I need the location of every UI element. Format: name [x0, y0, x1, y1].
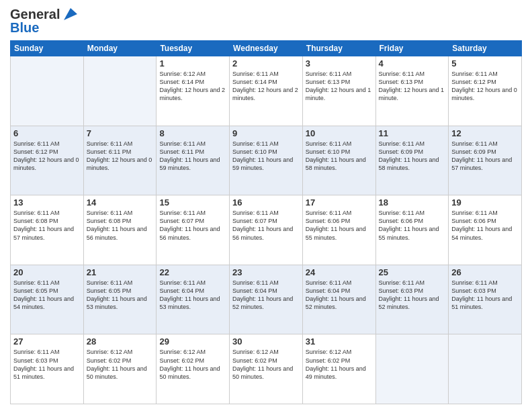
day-info: Sunrise: 6:11 AMSunset: 6:13 PMDaylight:…: [306, 70, 373, 103]
calendar-cell: 1Sunrise: 6:12 AMSunset: 6:14 PMDaylight…: [157, 56, 230, 126]
day-number: 2: [232, 58, 300, 68]
calendar-row: 1Sunrise: 6:12 AMSunset: 6:14 PMDaylight…: [11, 56, 522, 126]
day-number: 1: [159, 58, 226, 68]
day-number: 11: [379, 128, 446, 138]
day-number: 17: [306, 197, 373, 208]
day-number: 6: [13, 128, 81, 138]
day-info: Sunrise: 6:11 AMSunset: 6:10 PMDaylight:…: [306, 140, 373, 173]
calendar-cell: 17Sunrise: 6:11 AMSunset: 6:06 PMDayligh…: [302, 195, 375, 265]
day-number: 21: [87, 267, 154, 277]
day-number: 28: [87, 336, 154, 347]
day-number: 30: [232, 336, 300, 347]
header: General Blue: [10, 7, 522, 35]
day-info: Sunrise: 6:11 AMSunset: 6:08 PMDaylight:…: [13, 209, 81, 242]
day-number: 27: [13, 336, 81, 347]
calendar-cell: 27Sunrise: 6:11 AMSunset: 6:03 PMDayligh…: [11, 334, 84, 404]
calendar-cell: 2Sunrise: 6:11 AMSunset: 6:14 PMDaylight…: [230, 56, 303, 126]
calendar-cell: 16Sunrise: 6:11 AMSunset: 6:07 PMDayligh…: [230, 195, 303, 265]
calendar-cell: 3Sunrise: 6:11 AMSunset: 6:13 PMDaylight…: [302, 56, 375, 126]
calendar-cell: 24Sunrise: 6:11 AMSunset: 6:04 PMDayligh…: [302, 265, 375, 334]
day-info: Sunrise: 6:12 AMSunset: 6:02 PMDaylight:…: [87, 348, 154, 381]
day-number: 7: [87, 128, 154, 138]
day-info: Sunrise: 6:11 AMSunset: 6:06 PMDaylight:…: [306, 209, 373, 242]
day-number: 25: [379, 267, 446, 277]
calendar-cell: [11, 56, 84, 126]
calendar-cell: 18Sunrise: 6:11 AMSunset: 6:06 PMDayligh…: [375, 195, 449, 265]
day-number: 14: [87, 197, 154, 208]
day-info: Sunrise: 6:11 AMSunset: 6:11 PMDaylight:…: [87, 140, 154, 173]
svg-marker-0: [64, 8, 77, 20]
calendar-cell: 29Sunrise: 6:12 AMSunset: 6:02 PMDayligh…: [157, 334, 230, 404]
day-info: Sunrise: 6:11 AMSunset: 6:04 PMDaylight:…: [159, 279, 226, 312]
day-info: Sunrise: 6:11 AMSunset: 6:03 PMDaylight:…: [13, 348, 81, 381]
day-number: 23: [232, 267, 300, 277]
day-info: Sunrise: 6:11 AMSunset: 6:12 PMDaylight:…: [451, 70, 519, 103]
calendar-row: 27Sunrise: 6:11 AMSunset: 6:03 PMDayligh…: [11, 334, 522, 404]
day-info: Sunrise: 6:11 AMSunset: 6:04 PMDaylight:…: [232, 279, 300, 312]
weekday-header-row: SundayMondayTuesdayWednesdayThursdayFrid…: [11, 41, 522, 56]
day-info: Sunrise: 6:11 AMSunset: 6:09 PMDaylight:…: [451, 140, 519, 173]
day-number: 26: [451, 267, 519, 277]
weekday-header: Friday: [375, 41, 449, 56]
calendar-cell: 5Sunrise: 6:11 AMSunset: 6:12 PMDaylight…: [449, 56, 522, 126]
day-number: 13: [13, 197, 81, 208]
logo-text: General Blue: [10, 7, 77, 35]
calendar-cell: [375, 334, 449, 404]
calendar-cell: 10Sunrise: 6:11 AMSunset: 6:10 PMDayligh…: [302, 126, 375, 195]
calendar-cell: 28Sunrise: 6:12 AMSunset: 6:02 PMDayligh…: [83, 334, 157, 404]
weekday-header: Sunday: [11, 41, 84, 56]
day-number: 31: [306, 336, 373, 347]
calendar-cell: 20Sunrise: 6:11 AMSunset: 6:05 PMDayligh…: [11, 265, 84, 334]
calendar-row: 6Sunrise: 6:11 AMSunset: 6:12 PMDaylight…: [11, 126, 522, 195]
day-info: Sunrise: 6:11 AMSunset: 6:06 PMDaylight:…: [451, 209, 519, 242]
calendar-cell: 11Sunrise: 6:11 AMSunset: 6:09 PMDayligh…: [375, 126, 449, 195]
calendar-cell: 31Sunrise: 6:12 AMSunset: 6:02 PMDayligh…: [302, 334, 375, 404]
calendar-cell: 26Sunrise: 6:11 AMSunset: 6:03 PMDayligh…: [449, 265, 522, 334]
day-number: 12: [451, 128, 519, 138]
calendar-cell: 13Sunrise: 6:11 AMSunset: 6:08 PMDayligh…: [11, 195, 84, 265]
day-info: Sunrise: 6:11 AMSunset: 6:14 PMDaylight:…: [232, 70, 300, 103]
day-number: 20: [13, 267, 81, 277]
day-info: Sunrise: 6:11 AMSunset: 6:06 PMDaylight:…: [379, 209, 446, 242]
day-number: 24: [306, 267, 373, 277]
calendar-row: 20Sunrise: 6:11 AMSunset: 6:05 PMDayligh…: [11, 265, 522, 334]
calendar-cell: 23Sunrise: 6:11 AMSunset: 6:04 PMDayligh…: [230, 265, 303, 334]
day-info: Sunrise: 6:11 AMSunset: 6:05 PMDaylight:…: [13, 279, 81, 312]
day-number: 3: [306, 58, 373, 68]
calendar-cell: 21Sunrise: 6:11 AMSunset: 6:05 PMDayligh…: [83, 265, 157, 334]
day-number: 22: [159, 267, 226, 277]
calendar-cell: [449, 334, 522, 404]
calendar-cell: 14Sunrise: 6:11 AMSunset: 6:08 PMDayligh…: [83, 195, 157, 265]
calendar-cell: 9Sunrise: 6:11 AMSunset: 6:10 PMDaylight…: [230, 126, 303, 195]
page: General Blue SundayMondayTuesdayWednesda…: [0, 0, 532, 411]
logo-icon: [61, 8, 77, 20]
day-info: Sunrise: 6:11 AMSunset: 6:03 PMDaylight:…: [451, 279, 519, 312]
weekday-header: Wednesday: [230, 41, 303, 56]
day-info: Sunrise: 6:11 AMSunset: 6:11 PMDaylight:…: [159, 140, 226, 173]
day-info: Sunrise: 6:12 AMSunset: 6:02 PMDaylight:…: [232, 348, 300, 381]
day-number: 9: [232, 128, 300, 138]
day-number: 29: [159, 336, 226, 347]
day-info: Sunrise: 6:12 AMSunset: 6:02 PMDaylight:…: [159, 348, 226, 381]
calendar-cell: 25Sunrise: 6:11 AMSunset: 6:03 PMDayligh…: [375, 265, 449, 334]
logo: General Blue: [10, 7, 77, 35]
calendar-cell: 7Sunrise: 6:11 AMSunset: 6:11 PMDaylight…: [83, 126, 157, 195]
weekday-header: Monday: [83, 41, 157, 56]
day-number: 19: [451, 197, 519, 208]
calendar-cell: 12Sunrise: 6:11 AMSunset: 6:09 PMDayligh…: [449, 126, 522, 195]
day-info: Sunrise: 6:11 AMSunset: 6:09 PMDaylight:…: [379, 140, 446, 173]
day-info: Sunrise: 6:11 AMSunset: 6:03 PMDaylight:…: [379, 279, 446, 312]
day-info: Sunrise: 6:11 AMSunset: 6:04 PMDaylight:…: [306, 279, 373, 312]
calendar-cell: 8Sunrise: 6:11 AMSunset: 6:11 PMDaylight…: [157, 126, 230, 195]
calendar-cell: 22Sunrise: 6:11 AMSunset: 6:04 PMDayligh…: [157, 265, 230, 334]
calendar-table: SundayMondayTuesdayWednesdayThursdayFrid…: [10, 40, 522, 404]
calendar-cell: 19Sunrise: 6:11 AMSunset: 6:06 PMDayligh…: [449, 195, 522, 265]
day-info: Sunrise: 6:11 AMSunset: 6:08 PMDaylight:…: [87, 209, 154, 242]
weekday-header: Tuesday: [157, 41, 230, 56]
day-info: Sunrise: 6:11 AMSunset: 6:07 PMDaylight:…: [232, 209, 300, 242]
calendar-cell: 15Sunrise: 6:11 AMSunset: 6:07 PMDayligh…: [157, 195, 230, 265]
calendar-row: 13Sunrise: 6:11 AMSunset: 6:08 PMDayligh…: [11, 195, 522, 265]
calendar-cell: 6Sunrise: 6:11 AMSunset: 6:12 PMDaylight…: [11, 126, 84, 195]
day-info: Sunrise: 6:11 AMSunset: 6:05 PMDaylight:…: [87, 279, 154, 312]
day-number: 16: [232, 197, 300, 208]
